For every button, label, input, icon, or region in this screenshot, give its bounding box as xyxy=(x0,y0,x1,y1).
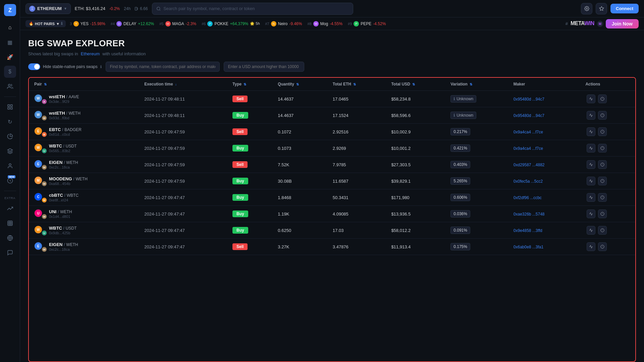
col-quantity[interactable]: Quantity ⇅ xyxy=(272,78,327,91)
cell-maker[interactable]: 0x9e4858 ...3ffd xyxy=(508,222,580,239)
watchlist-button[interactable] xyxy=(596,3,607,14)
action-chart-btn[interactable] xyxy=(587,209,595,218)
cell-maker[interactable]: 0xd29587 ...4882 xyxy=(508,157,580,173)
settings-button[interactable] xyxy=(581,3,592,14)
sidebar-item-users[interactable] xyxy=(4,80,16,93)
join-now-button[interactable]: Join Now xyxy=(606,19,639,28)
maker-link[interactable]: 0x9a4ca4 ...f7ce xyxy=(514,130,543,134)
ticker-item-pokke[interactable]: #6 P POKKE +64,379% 🌟 5h xyxy=(202,21,260,26)
action-info-btn[interactable] xyxy=(598,111,607,120)
maker-link[interactable]: 0x95480d ...94c7 xyxy=(514,97,544,102)
chain-link[interactable]: Ethereum xyxy=(81,51,100,56)
cell-actions xyxy=(580,206,635,222)
maker-link[interactable]: 0x9e4858 ...3ffd xyxy=(514,228,542,233)
maker-link[interactable]: 0x95480d ...94c7 xyxy=(514,113,544,118)
cell-pair[interactable]: W W wstETH / WETH 0x93d...f0bd xyxy=(29,107,139,124)
action-info-btn[interactable] xyxy=(598,95,607,103)
cell-pair[interactable]: E W EIGEN / WETH 0xc2c...18ca xyxy=(29,239,139,255)
search-input[interactable] xyxy=(163,6,349,11)
col-type[interactable]: Type ⇅ xyxy=(227,78,272,91)
action-info-btn[interactable] xyxy=(598,144,607,153)
sidebar-item-trending[interactable] xyxy=(4,202,16,215)
table-body: W A wstETH / AAVE 0x3de...9f29 2024-11-2… xyxy=(29,91,635,255)
action-chart-btn[interactable] xyxy=(587,127,595,136)
action-info-btn[interactable] xyxy=(598,160,607,169)
maker-link[interactable]: 0x6ab0e8 ...3fa1 xyxy=(514,245,543,249)
cell-pair[interactable]: W U WBTC / USDT 0x565...83b2 xyxy=(29,140,139,157)
ticker-item-pepe[interactable]: #9 P PEPE -4.52% xyxy=(348,21,386,26)
sidebar-item-globe[interactable] xyxy=(4,232,16,244)
ticker-item-yes[interactable]: 3 Y YES -15.98% xyxy=(70,21,105,26)
sidebar-item-sync[interactable]: ↻ xyxy=(4,116,16,128)
sidebar-item-explore[interactable]: 🚀 xyxy=(4,51,16,63)
cell-pair[interactable]: M W MOODENG / WETH 0xa68...454b xyxy=(29,173,139,189)
sidebar-item-chart[interactable] xyxy=(4,130,16,142)
action-info-btn[interactable] xyxy=(598,209,607,218)
col-total-usd[interactable]: Total USD ⇅ xyxy=(386,78,445,91)
action-chart-btn[interactable] xyxy=(587,144,595,153)
action-info-btn[interactable] xyxy=(598,242,607,251)
swap-table-container[interactable]: Pair ⇅ Execution time ↓ Type ⇅ Quantity … xyxy=(28,77,636,362)
action-info-btn[interactable] xyxy=(598,193,607,202)
type-badge: Buy xyxy=(232,178,248,184)
cell-maker[interactable]: 0x6ab0e8 ...3fa1 xyxy=(508,239,580,255)
toggle-info-icon[interactable]: ℹ xyxy=(100,65,102,69)
variation-badge: 0.175% xyxy=(450,243,470,250)
hot-pairs-button[interactable]: 🔥 HOT PAIRS ▼ ℹ xyxy=(25,20,66,27)
sidebar-item-layers[interactable] xyxy=(4,145,16,157)
pair-filter-input[interactable] xyxy=(106,62,220,72)
chain-selector[interactable]: Ξ ETHEREUM ▼ xyxy=(25,3,71,14)
maker-link[interactable]: 0x0fec5a ...5cc2 xyxy=(514,179,543,184)
cell-pair[interactable]: E B EBTC / BADGER 0x81d...c0cd xyxy=(29,124,139,140)
search-bar[interactable] xyxy=(152,3,353,15)
maker-link[interactable]: 0xf2df96 ...ccbc xyxy=(514,195,542,200)
sidebar-item-person[interactable] xyxy=(4,160,16,172)
action-info-btn[interactable] xyxy=(598,177,607,185)
action-chart-btn[interactable] xyxy=(587,177,595,185)
action-chart-btn[interactable] xyxy=(587,160,595,169)
cell-pair[interactable]: E W EIGEN / WETH 0xc2c...18ca xyxy=(29,157,139,173)
sidebar-item-widgets[interactable] xyxy=(4,101,16,113)
maker-link[interactable]: 0xae326b ...5748 xyxy=(514,212,545,217)
cell-maker[interactable]: 0x9a4ca4 ...f7ce xyxy=(508,140,580,157)
col-variation[interactable]: Variation ⇅ xyxy=(445,78,508,91)
col-execution-time[interactable]: Execution time ↓ xyxy=(139,78,227,91)
maker-link[interactable]: 0xd29587 ...4882 xyxy=(514,163,545,167)
ticker-item-maga[interactable]: #5 M MAGA -2.3% xyxy=(159,21,196,26)
cell-pair[interactable]: W A wstETH / AAVE 0x3de...9f29 xyxy=(29,91,139,107)
cell-maker[interactable]: 0x95480d ...94c7 xyxy=(508,107,580,124)
svg-marker-7 xyxy=(7,149,12,152)
sidebar-item-community[interactable]: NEW xyxy=(4,175,16,187)
sidebar-item-dashboard[interactable]: ▦ xyxy=(4,36,16,48)
cell-pair[interactable]: C W cbBTC / WBTC 0xe8f...eI24 xyxy=(29,189,139,206)
cell-pair[interactable]: W U WBTC / USDT 0x9db...425b xyxy=(29,222,139,239)
sidebar-item-scanner[interactable] xyxy=(4,217,16,229)
col-total-eth[interactable]: Total ETH ⇅ xyxy=(327,78,386,91)
action-chart-btn[interactable] xyxy=(587,242,595,251)
cell-maker[interactable]: 0xae326b ...5748 xyxy=(508,206,580,222)
cell-maker[interactable]: 0x0fec5a ...5cc2 xyxy=(508,173,580,189)
action-info-btn[interactable] xyxy=(598,226,607,235)
cell-pair[interactable]: U W UNI / WETH 0x1d4...d801 xyxy=(29,206,139,222)
amount-filter-input[interactable] xyxy=(224,62,304,72)
action-chart-btn[interactable] xyxy=(587,226,595,235)
pair-main-icon: E xyxy=(34,242,42,250)
cell-quantity: 0.6250 xyxy=(272,222,327,239)
connect-button[interactable]: Connect xyxy=(610,4,639,13)
ticker-item-neiro[interactable]: #7 N Neiro -9.46% xyxy=(265,21,302,26)
sidebar-item-home[interactable]: ⌂ xyxy=(4,21,16,34)
action-chart-btn[interactable] xyxy=(587,95,595,103)
sidebar-item-dollar[interactable]: $ xyxy=(4,66,16,78)
cell-maker[interactable]: 0xf2df96 ...ccbc xyxy=(508,189,580,206)
cell-maker[interactable]: 0x95480d ...94c7 xyxy=(508,91,580,107)
ticker-item-mog[interactable]: #8 M Mog -4.55% xyxy=(307,21,342,26)
stable-pairs-toggle[interactable] xyxy=(28,63,40,70)
maker-link[interactable]: 0x9a4ca4 ...f7ce xyxy=(514,146,543,151)
action-chart-btn[interactable] xyxy=(587,111,595,120)
action-chart-btn[interactable] xyxy=(587,193,595,202)
ticker-item-delay[interactable]: #4 D DELAY +12.62% xyxy=(111,21,154,26)
sidebar-item-feedback[interactable] xyxy=(4,247,16,259)
col-pair[interactable]: Pair ⇅ xyxy=(29,78,139,91)
action-info-btn[interactable] xyxy=(598,127,607,136)
cell-maker[interactable]: 0x9a4ca4 ...f7ce xyxy=(508,124,580,140)
